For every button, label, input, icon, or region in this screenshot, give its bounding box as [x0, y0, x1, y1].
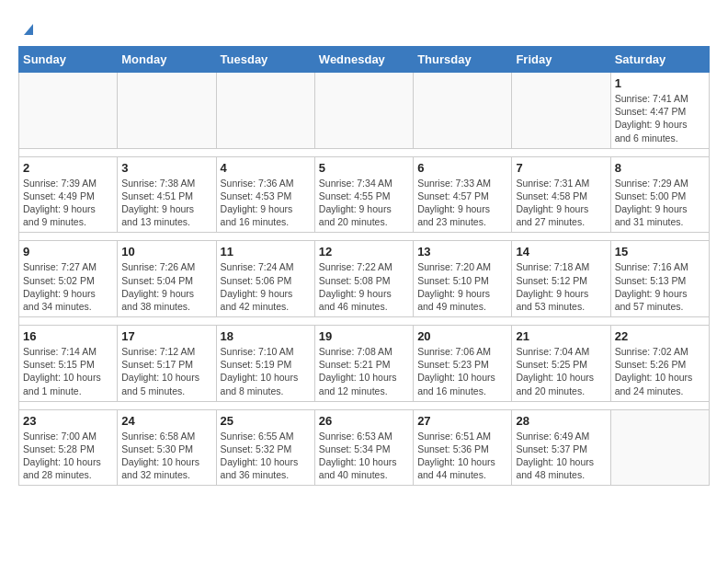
day-info: Sunrise: 7:02 AM Sunset: 5:26 PM Dayligh… — [615, 345, 705, 397]
calendar-cell: 15Sunrise: 7:16 AM Sunset: 5:13 PM Dayli… — [610, 241, 709, 317]
day-info: Sunrise: 7:27 AM Sunset: 5:02 PM Dayligh… — [23, 260, 113, 313]
day-number: 23 — [23, 414, 113, 428]
calendar-cell: 5Sunrise: 7:34 AM Sunset: 4:55 PM Daylig… — [314, 156, 413, 233]
calendar-cell: 4Sunrise: 7:36 AM Sunset: 4:53 PM Daylig… — [216, 156, 314, 233]
day-info: Sunrise: 7:04 AM Sunset: 5:25 PM Dayligh… — [516, 345, 606, 397]
day-number: 8 — [615, 161, 705, 175]
calendar-cell: 16Sunrise: 7:14 AM Sunset: 5:15 PM Dayli… — [19, 326, 118, 402]
day-info: Sunrise: 7:06 AM Sunset: 5:23 PM Dayligh… — [417, 345, 507, 397]
day-number: 9 — [23, 245, 113, 259]
day-info: Sunrise: 7:26 AM Sunset: 5:04 PM Dayligh… — [121, 260, 211, 313]
week-spacer — [19, 401, 710, 409]
day-info: Sunrise: 6:55 AM Sunset: 5:32 PM Dayligh… — [221, 430, 311, 482]
day-info: Sunrise: 7:20 AM Sunset: 5:10 PM Dayligh… — [417, 260, 507, 313]
calendar-cell: 20Sunrise: 7:06 AM Sunset: 5:23 PM Dayli… — [414, 326, 512, 402]
day-info: Sunrise: 6:49 AM Sunset: 5:37 PM Dayligh… — [516, 430, 606, 482]
day-info: Sunrise: 7:33 AM Sunset: 4:57 PM Dayligh… — [417, 177, 507, 229]
calendar-header-tuesday: Tuesday — [216, 47, 314, 73]
calendar-week-4: 16Sunrise: 7:14 AM Sunset: 5:15 PM Dayli… — [19, 326, 710, 402]
calendar-cell: 2Sunrise: 7:39 AM Sunset: 4:49 PM Daylig… — [19, 156, 118, 233]
day-number: 15 — [615, 245, 705, 259]
calendar-week-2: 2Sunrise: 7:39 AM Sunset: 4:49 PM Daylig… — [19, 156, 710, 233]
calendar-cell — [216, 73, 314, 149]
day-info: Sunrise: 7:31 AM Sunset: 4:58 PM Dayligh… — [516, 177, 606, 229]
calendar-week-1: 1Sunrise: 7:41 AM Sunset: 4:47 PM Daylig… — [19, 73, 710, 149]
calendar-cell: 12Sunrise: 7:22 AM Sunset: 5:08 PM Dayli… — [314, 241, 413, 317]
day-number: 22 — [615, 329, 705, 343]
calendar-header-wednesday: Wednesday — [314, 47, 413, 73]
calendar-cell: 22Sunrise: 7:02 AM Sunset: 5:26 PM Dayli… — [610, 326, 709, 402]
calendar-cell: 25Sunrise: 6:55 AM Sunset: 5:32 PM Dayli… — [216, 409, 314, 486]
calendar-cell: 10Sunrise: 7:26 AM Sunset: 5:04 PM Dayli… — [118, 241, 216, 317]
calendar-cell: 28Sunrise: 6:49 AM Sunset: 5:37 PM Dayli… — [512, 409, 610, 486]
day-number: 24 — [121, 414, 211, 428]
day-number: 28 — [516, 414, 606, 428]
day-number: 6 — [417, 161, 507, 175]
calendar-cell — [610, 409, 709, 486]
day-info: Sunrise: 6:53 AM Sunset: 5:34 PM Dayligh… — [319, 430, 409, 482]
week-spacer — [19, 317, 710, 326]
calendar-cell: 14Sunrise: 7:18 AM Sunset: 5:12 PM Dayli… — [512, 241, 610, 317]
calendar-cell: 8Sunrise: 7:29 AM Sunset: 5:00 PM Daylig… — [610, 156, 709, 233]
week-spacer — [19, 148, 710, 156]
day-info: Sunrise: 7:16 AM Sunset: 5:13 PM Dayligh… — [615, 260, 705, 313]
day-number: 12 — [319, 245, 409, 259]
calendar-cell: 1Sunrise: 7:41 AM Sunset: 4:47 PM Daylig… — [610, 73, 709, 149]
calendar-cell — [512, 73, 610, 149]
calendar-cell: 6Sunrise: 7:33 AM Sunset: 4:57 PM Daylig… — [414, 156, 512, 233]
day-info: Sunrise: 7:36 AM Sunset: 4:53 PM Dayligh… — [221, 177, 311, 229]
day-info: Sunrise: 7:34 AM Sunset: 4:55 PM Dayligh… — [319, 177, 409, 229]
calendar-header-row: SundayMondayTuesdayWednesdayThursdayFrid… — [19, 47, 710, 73]
day-number: 17 — [121, 329, 211, 343]
day-info: Sunrise: 7:22 AM Sunset: 5:08 PM Dayligh… — [319, 260, 409, 313]
day-number: 13 — [417, 245, 507, 259]
day-number: 5 — [319, 161, 409, 175]
calendar-table: SundayMondayTuesdayWednesdayThursdayFrid… — [18, 46, 710, 486]
calendar-cell — [414, 73, 512, 149]
calendar-cell: 7Sunrise: 7:31 AM Sunset: 4:58 PM Daylig… — [512, 156, 610, 233]
day-number: 11 — [221, 245, 311, 259]
day-number: 27 — [417, 414, 507, 428]
day-info: Sunrise: 7:39 AM Sunset: 4:49 PM Dayligh… — [23, 177, 113, 229]
calendar-cell — [314, 73, 413, 149]
day-info: Sunrise: 7:29 AM Sunset: 5:00 PM Dayligh… — [615, 177, 705, 229]
day-number: 21 — [516, 329, 606, 343]
day-number: 3 — [121, 161, 211, 175]
calendar-cell: 21Sunrise: 7:04 AM Sunset: 5:25 PM Dayli… — [512, 326, 610, 402]
calendar-week-5: 23Sunrise: 7:00 AM Sunset: 5:28 PM Dayli… — [19, 409, 710, 486]
calendar-cell — [118, 73, 216, 149]
day-number: 2 — [23, 161, 113, 175]
day-number: 25 — [221, 414, 311, 428]
calendar-cell — [19, 73, 118, 149]
header — [18, 18, 710, 37]
calendar-header-monday: Monday — [118, 47, 216, 73]
day-number: 10 — [121, 245, 211, 259]
calendar-header-thursday: Thursday — [414, 47, 512, 73]
calendar-cell: 26Sunrise: 6:53 AM Sunset: 5:34 PM Dayli… — [314, 409, 413, 486]
calendar-cell: 9Sunrise: 7:27 AM Sunset: 5:02 PM Daylig… — [19, 241, 118, 317]
calendar-header-sunday: Sunday — [19, 47, 118, 73]
calendar-cell: 27Sunrise: 6:51 AM Sunset: 5:36 PM Dayli… — [414, 409, 512, 486]
day-info: Sunrise: 7:08 AM Sunset: 5:21 PM Dayligh… — [319, 345, 409, 397]
day-info: Sunrise: 7:14 AM Sunset: 5:15 PM Dayligh… — [23, 345, 113, 397]
day-info: Sunrise: 6:51 AM Sunset: 5:36 PM Dayligh… — [417, 430, 507, 482]
calendar-cell: 13Sunrise: 7:20 AM Sunset: 5:10 PM Dayli… — [414, 241, 512, 317]
day-number: 1 — [615, 76, 705, 90]
day-info: Sunrise: 7:10 AM Sunset: 5:19 PM Dayligh… — [221, 345, 311, 397]
svg-marker-0 — [24, 24, 33, 35]
week-spacer — [19, 233, 710, 241]
day-number: 16 — [23, 329, 113, 343]
day-info: Sunrise: 7:41 AM Sunset: 4:47 PM Dayligh… — [615, 92, 705, 144]
day-number: 19 — [319, 329, 409, 343]
calendar-cell: 18Sunrise: 7:10 AM Sunset: 5:19 PM Dayli… — [216, 326, 314, 402]
calendar-cell: 19Sunrise: 7:08 AM Sunset: 5:21 PM Dayli… — [314, 326, 413, 402]
day-number: 20 — [417, 329, 507, 343]
day-info: Sunrise: 7:24 AM Sunset: 5:06 PM Dayligh… — [221, 260, 311, 313]
day-info: Sunrise: 7:18 AM Sunset: 5:12 PM Dayligh… — [516, 260, 606, 313]
calendar-cell: 3Sunrise: 7:38 AM Sunset: 4:51 PM Daylig… — [118, 156, 216, 233]
calendar-cell: 11Sunrise: 7:24 AM Sunset: 5:06 PM Dayli… — [216, 241, 314, 317]
day-number: 26 — [319, 414, 409, 428]
day-info: Sunrise: 7:38 AM Sunset: 4:51 PM Dayligh… — [121, 177, 211, 229]
calendar-week-3: 9Sunrise: 7:27 AM Sunset: 5:02 PM Daylig… — [19, 241, 710, 317]
calendar-header-friday: Friday — [512, 47, 610, 73]
